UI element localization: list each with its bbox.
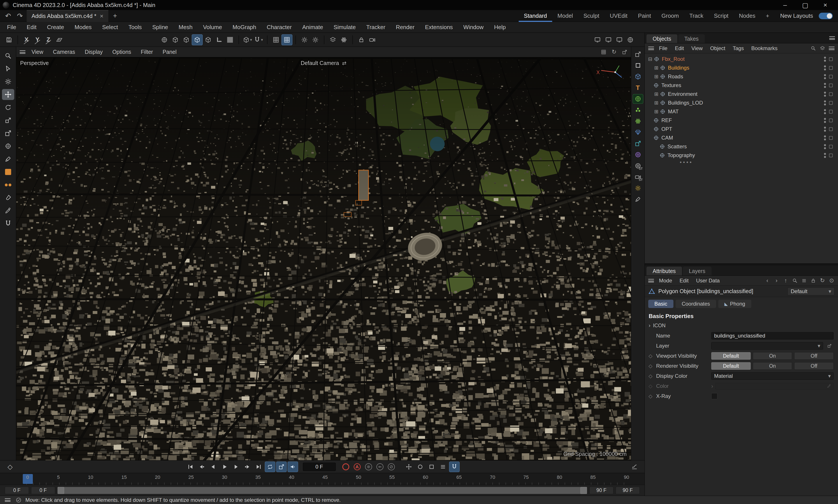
layer-browse-icon[interactable] <box>825 342 834 350</box>
objects-menu-view[interactable]: View <box>688 43 707 53</box>
tree-row-textures[interactable]: Textures <box>645 81 838 90</box>
animate-diamond-icon[interactable]: ◇ <box>645 363 656 369</box>
attributes-menu-mode[interactable]: Mode <box>655 276 676 286</box>
tree-row-fbx-root[interactable]: ⊟ Fbx_Root <box>645 55 838 64</box>
filter-list-icon[interactable] <box>800 276 808 285</box>
menu-volume[interactable]: Volume <box>198 22 227 33</box>
visibility-dots[interactable] <box>824 144 826 149</box>
selection-tool[interactable] <box>2 63 14 74</box>
layout-tab-groom[interactable]: Groom <box>656 10 684 22</box>
tab-attributes[interactable]: Attributes <box>646 267 682 275</box>
gem-panel-icon[interactable] <box>633 128 643 137</box>
previous-key-button[interactable] <box>197 462 207 472</box>
preview-start-field[interactable]: 0 F <box>31 487 55 494</box>
expand-icon[interactable]: ⊞ <box>653 109 660 115</box>
viewport-refresh-icon[interactable]: ↻ <box>610 48 618 56</box>
tag-icon[interactable] <box>829 92 833 96</box>
display-color-dropdown[interactable]: Material ▾ <box>711 372 834 380</box>
layer-dropdown[interactable]: ▾ <box>711 342 823 349</box>
menu-file[interactable]: File <box>2 22 21 33</box>
redo-icon[interactable]: ↷ <box>15 11 25 21</box>
tab-layers[interactable]: Layers <box>683 267 712 275</box>
lock-z-axis-button[interactable]: Z <box>43 34 54 45</box>
next-key-button[interactable] <box>242 462 253 472</box>
tab-basic[interactable]: Basic <box>648 300 673 308</box>
tweak-tool[interactable] <box>2 76 14 87</box>
tree-row-partial[interactable]: • • • • <box>645 160 838 165</box>
transform-tool[interactable] <box>2 128 14 139</box>
display-shaded-icon[interactable] <box>192 34 203 45</box>
tab-objects[interactable]: Objects <box>646 34 677 43</box>
tree-row-ref[interactable]: REF <box>645 116 838 125</box>
maximize-icon[interactable]: ▢ <box>795 0 815 10</box>
renderer-visibility-default-button[interactable]: Default <box>711 362 751 370</box>
animate-diamond-icon[interactable]: ◇ <box>645 393 656 399</box>
tree-row-buildings[interactable]: ⊞ Buildings <box>645 64 838 72</box>
visibility-dots[interactable] <box>824 83 826 88</box>
layout-tab-track[interactable]: Track <box>684 10 709 22</box>
play-button[interactable] <box>219 462 230 472</box>
preset-dropdown[interactable]: Default ▾ <box>787 287 835 295</box>
expand-icon[interactable]: ⊞ <box>653 74 660 79</box>
menu-extensions[interactable]: Extensions <box>420 22 458 33</box>
tree-label[interactable]: MAT <box>668 108 679 115</box>
target-icon[interactable]: ⊙ <box>827 276 836 285</box>
gear-icon[interactable] <box>299 34 310 45</box>
next-frame-button[interactable] <box>231 462 241 472</box>
record-position-toggle[interactable] <box>404 462 414 472</box>
tag-icon[interactable] <box>829 57 833 61</box>
layers-icon[interactable] <box>818 44 826 53</box>
lock-y-axis-button[interactable]: Y <box>32 34 43 45</box>
menu-spline[interactable]: Spline <box>147 22 173 33</box>
preview-end-field[interactable]: 90 F <box>589 487 613 494</box>
tag-icon[interactable] <box>829 101 833 105</box>
viewport-menu-cameras[interactable]: Cameras <box>48 47 80 57</box>
display-wireframe-icon[interactable] <box>181 34 192 45</box>
range-start-field[interactable]: 0 F <box>5 487 29 494</box>
objects-hamburger-icon[interactable] <box>647 44 655 53</box>
text-tool-icon[interactable]: T <box>633 83 643 92</box>
lock-x-axis-button[interactable]: X <box>21 34 32 45</box>
tag-icon[interactable] <box>829 110 833 113</box>
objects-panel-menu-icon[interactable] <box>828 34 836 42</box>
xray-checkbox[interactable] <box>711 393 717 399</box>
menu-modes[interactable]: Modes <box>69 22 97 33</box>
tree-label[interactable]: Fbx_Root <box>662 56 684 62</box>
mograph-icon[interactable] <box>327 34 338 45</box>
workplane-icon[interactable] <box>54 34 65 45</box>
lock-icon[interactable] <box>809 276 817 285</box>
fcurve-editor-icon[interactable] <box>629 462 640 472</box>
dock-splitter[interactable] <box>645 263 838 265</box>
renderer-visibility-on-button[interactable]: On <box>753 362 792 370</box>
camera-icon[interactable] <box>367 34 378 45</box>
record-scale-toggle[interactable] <box>426 462 437 472</box>
menu-mesh[interactable]: Mesh <box>173 22 198 33</box>
color-swatch-icon[interactable] <box>225 34 235 45</box>
status-hamburger-icon[interactable] <box>3 496 12 504</box>
viewport-menu-options[interactable]: Options <box>107 47 136 57</box>
record-parameter-toggle[interactable] <box>438 462 448 472</box>
tree-label[interactable]: Buildings <box>668 65 689 71</box>
visibility-dots[interactable] <box>824 92 826 97</box>
snap-mode-dropdown[interactable]: ▾ <box>253 34 264 45</box>
new-layouts-label[interactable]: New Layouts <box>774 13 819 19</box>
animate-diamond-icon[interactable]: ◇ <box>645 373 656 379</box>
material-swatch[interactable] <box>2 166 14 177</box>
visibility-dots[interactable] <box>824 109 826 114</box>
viewport-hamburger-icon[interactable] <box>18 48 27 56</box>
objects-menu-edit[interactable]: Edit <box>671 43 688 53</box>
search-icon[interactable] <box>809 44 817 53</box>
tag-icon[interactable] <box>829 75 833 78</box>
panel-menu-icon[interactable] <box>827 44 836 53</box>
viewport-visibility-on-button[interactable]: On <box>753 352 792 360</box>
menu-tracker[interactable]: Tracker <box>361 22 390 33</box>
move-tool[interactable] <box>2 89 14 100</box>
camera-label[interactable]: Default Camera <box>301 60 339 66</box>
loop-toggle[interactable] <box>265 462 275 472</box>
range-end-field[interactable]: 90 F <box>616 487 640 494</box>
save-icon[interactable] <box>3 34 15 45</box>
flower-panel-icon[interactable] <box>633 105 643 115</box>
settings-icon[interactable] <box>310 34 321 45</box>
tag-icon[interactable] <box>829 119 833 122</box>
visibility-dots[interactable] <box>824 57 826 62</box>
